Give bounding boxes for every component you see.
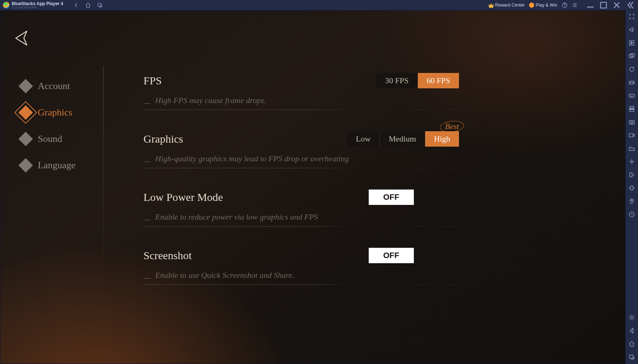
svg-point-7	[630, 82, 631, 83]
multi-instance-icon[interactable]	[628, 53, 635, 59]
crown-icon	[489, 3, 494, 8]
settings-gear-icon[interactable]	[628, 314, 635, 321]
fullscreen-icon[interactable]	[628, 13, 635, 20]
svg-rect-9	[629, 94, 634, 98]
diamond-icon	[18, 158, 33, 173]
bluestacks-logo-icon	[3, 2, 10, 8]
settings-sidebar: Account Graphics Sound Language	[19, 73, 99, 179]
location-icon[interactable]	[628, 198, 635, 205]
divider	[143, 168, 459, 168]
setting-screenshot: Screenshot OFF Enable to use Quick Scree…	[143, 248, 459, 285]
sidebar-item-label: Language	[38, 160, 76, 171]
vertical-divider	[103, 66, 103, 297]
recent-apps-icon[interactable]	[97, 2, 103, 8]
close-icon[interactable]	[612, 1, 622, 9]
reward-center-label: Reward Center	[495, 3, 525, 8]
help-icon[interactable]	[562, 2, 568, 8]
toggle-empty	[414, 190, 459, 205]
low-power-toggle[interactable]: OFF	[369, 190, 459, 205]
warning-icon	[143, 155, 151, 162]
sidebar-item-sound[interactable]: Sound	[19, 126, 99, 152]
app-title: BlueStacks App Player 4	[12, 1, 63, 6]
bluestacks-side-toolbar: APK	[626, 10, 638, 364]
sidebar-item-language[interactable]: Language	[19, 152, 99, 179]
setting-graphics: Graphics Best Low Medium High High-quali…	[143, 131, 459, 168]
graphics-selector: Low Medium High	[347, 131, 459, 147]
sidebar-item-graphics[interactable]: Graphics	[19, 99, 99, 126]
sidebar-item-account[interactable]: Account	[19, 73, 99, 99]
svg-rect-17	[631, 186, 633, 190]
svg-point-8	[632, 82, 633, 83]
back-button[interactable]	[13, 29, 29, 47]
setting-title: FPS	[143, 74, 162, 87]
titlebar: BlueStacks App Player 4 5.13.200.1014 P6…	[0, 0, 638, 10]
setting-low-power: Low Power Mode OFF Enable to reduce powe…	[143, 190, 459, 227]
sidebar-item-label: Sound	[38, 133, 62, 144]
svg-point-15	[631, 161, 633, 163]
reward-center-button[interactable]: Reward Center	[489, 3, 525, 8]
svg-point-18	[631, 200, 632, 201]
window-controls	[585, 1, 635, 9]
controls-editor-icon[interactable]	[628, 79, 635, 86]
maximize-icon[interactable]	[598, 1, 609, 9]
fps-selector: 30 FPS 60 FPS	[376, 73, 459, 88]
screenshot-icon[interactable]	[628, 119, 635, 125]
toggle-state: OFF	[369, 248, 414, 263]
volume-icon[interactable]	[628, 26, 635, 33]
svg-point-13	[631, 121, 633, 124]
home-icon[interactable]	[85, 2, 91, 8]
setting-title: Screenshot	[143, 249, 192, 262]
fps-option-60[interactable]: 60 FPS	[418, 73, 459, 88]
setting-desc-text: Enable to use Quick Screenshot and Share…	[155, 271, 294, 280]
play-win-label: Play & Win	[536, 3, 557, 8]
settings-content: FPS 30 FPS 60 FPS High FPS may cause fra…	[143, 73, 459, 306]
rotate-icon[interactable]	[628, 172, 635, 178]
warning-icon	[143, 97, 151, 104]
best-badge: Best	[442, 122, 462, 131]
sync-icon[interactable]	[628, 66, 635, 73]
svg-point-20	[631, 316, 633, 319]
divider	[143, 226, 459, 227]
screenshot-toggle[interactable]: OFF	[369, 248, 459, 263]
graphics-option-medium[interactable]: Medium	[379, 131, 425, 147]
titlebar-nav	[73, 2, 103, 8]
svg-rect-2	[601, 2, 606, 8]
back-nav-icon[interactable]	[628, 327, 635, 334]
svg-rect-0	[98, 3, 101, 6]
setting-desc-text: High FPS may cause frame drops.	[155, 96, 266, 105]
media-folder-icon[interactable]	[628, 145, 635, 152]
lock-cursor-icon[interactable]	[628, 158, 635, 165]
game-settings-screen: Account Graphics Sound Language FPS	[0, 10, 626, 364]
diamond-icon	[18, 132, 33, 146]
install-apk-icon[interactable]: APK	[628, 106, 635, 112]
collapse-sidebar-icon[interactable]	[625, 1, 635, 9]
play-win-button[interactable]: Play & Win	[529, 3, 557, 8]
svg-rect-21	[630, 355, 633, 358]
setting-desc-text: Enable to reduce power via low graphics …	[155, 212, 318, 222]
toggle-state: OFF	[369, 190, 414, 205]
setting-title: Low Power Mode	[143, 191, 223, 203]
divider	[143, 284, 459, 285]
hamburger-menu-icon[interactable]	[572, 2, 578, 8]
home-nav-icon[interactable]	[628, 341, 635, 347]
graphics-option-low[interactable]: Low	[347, 131, 379, 147]
macro-icon[interactable]	[628, 40, 635, 46]
fps-option-30[interactable]: 30 FPS	[376, 73, 418, 88]
graphics-option-high[interactable]: High	[425, 131, 459, 147]
warning-icon	[143, 272, 151, 279]
svg-rect-16	[630, 173, 632, 177]
sidebar-item-label: Account	[38, 81, 70, 92]
minimize-icon[interactable]	[585, 1, 595, 9]
warning-icon	[143, 214, 151, 220]
coin-icon	[529, 3, 534, 8]
shake-icon[interactable]	[628, 185, 635, 191]
clock-icon[interactable]	[628, 211, 635, 218]
recents-nav-icon[interactable]	[628, 354, 635, 360]
svg-rect-14	[629, 134, 633, 137]
keymap-icon[interactable]	[628, 92, 635, 99]
back-icon[interactable]	[73, 2, 79, 8]
record-icon[interactable]	[628, 132, 635, 139]
svg-text:APK: APK	[630, 108, 634, 110]
app-title-block: BlueStacks App Player 4 5.13.200.1014 P6…	[12, 1, 63, 9]
sidebar-item-label: Graphics	[38, 107, 72, 118]
